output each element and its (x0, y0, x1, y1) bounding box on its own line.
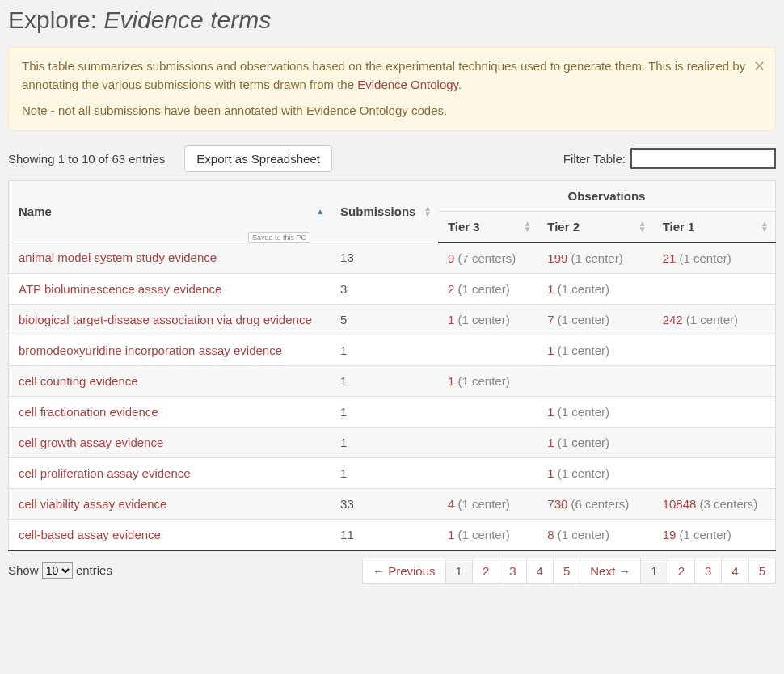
table-row: cell proliferation assay evidence11 (1 c… (9, 457, 776, 488)
export-spreadsheet-button[interactable]: Export as Spreadsheet (184, 145, 332, 172)
submissions-cell: 1 (331, 396, 438, 427)
tier3-cell: 1 (1 center) (438, 365, 537, 396)
submissions-cell: 13 (331, 242, 438, 274)
tier2-cell: 7 (1 center) (537, 304, 652, 335)
col-submissions[interactable]: Submissions ▲▼ (331, 180, 438, 242)
evidence-term-link[interactable]: cell fractionation evidence (19, 405, 158, 419)
col-tier2[interactable]: Tier 2 ▲▼ (537, 211, 652, 242)
tier3-cell: 1 (1 center) (438, 519, 537, 550)
evidence-term-link[interactable]: ATP bioluminescence assay evidence (19, 282, 221, 296)
col-submissions-label: Submissions (340, 204, 415, 218)
tier1-cell: 19 (1 center) (653, 519, 776, 550)
page-5-button[interactable]: 5 (553, 558, 580, 584)
info-alert: ✕ This table summarizes submissions and … (8, 47, 776, 131)
tier2-cell (537, 365, 652, 396)
filter-label: Filter Table: (563, 152, 626, 166)
col-name-label: Name (19, 204, 52, 218)
show-entries: Show 10 entries (8, 562, 112, 579)
submissions-cell: 1 (331, 365, 438, 396)
tier1-cell (653, 335, 776, 365)
filter-input[interactable] (630, 148, 776, 169)
page-2-button[interactable]: 2 (472, 558, 499, 584)
tier1-cell (653, 427, 776, 457)
tier3-cell (438, 427, 537, 457)
sort-icon: ▲▼ (639, 221, 647, 232)
showing-count: Showing 1 to 10 of 63 entries (8, 152, 165, 166)
page-size-select[interactable]: 10 (42, 562, 73, 579)
alert-text-suffix: . (458, 78, 462, 91)
show-suffix: entries (76, 563, 112, 577)
evidence-term-link[interactable]: cell growth assay evidence (19, 436, 163, 449)
col-name[interactable]: Name ▲ Saved to this PC (9, 180, 331, 242)
tier1-cell: 10848 (3 centers) (653, 488, 776, 519)
col-tier3-label: Tier 3 (448, 220, 480, 234)
tier3-cell: 4 (1 center) (438, 488, 537, 519)
table-row: bromodeoxyuridine incorporation assay ev… (9, 335, 776, 365)
evidence-term-link[interactable]: animal model system study evidence (19, 251, 217, 264)
prev-page-button[interactable]: ← Previous (362, 558, 446, 584)
tier1-cell (653, 396, 776, 427)
table-row: cell growth assay evidence11 (1 center) (9, 427, 776, 457)
page-title: Explore: Evidence terms (8, 6, 776, 34)
evidence-term-link[interactable]: cell proliferation assay evidence (19, 466, 191, 480)
tier1-cell (653, 273, 776, 304)
table-row: cell fractionation evidence11 (1 center) (9, 396, 776, 427)
sort-icon: ▲▼ (424, 205, 432, 217)
page-2-button[interactable]: 2 (668, 558, 695, 584)
submissions-cell: 1 (331, 335, 438, 365)
tier1-cell (653, 457, 776, 488)
page-4-button[interactable]: 4 (526, 558, 554, 584)
evidence-term-link[interactable]: cell-based assay evidence (19, 528, 161, 541)
submissions-cell: 5 (331, 304, 438, 335)
table-row: animal model system study evidence139 (7… (9, 242, 776, 274)
submissions-cell: 1 (331, 457, 438, 488)
page-5-button[interactable]: 5 (748, 558, 776, 584)
tier3-cell: 9 (7 centers) (438, 242, 537, 274)
submissions-cell: 11 (331, 519, 438, 550)
table-row: cell counting evidence11 (1 center) (9, 365, 776, 396)
tier3-cell: 2 (1 center) (438, 273, 537, 304)
tier2-cell: 8 (1 center) (537, 519, 652, 550)
tier3-cell (438, 396, 537, 427)
page-3-button[interactable]: 3 (499, 558, 526, 584)
table-row: ATP bioluminescence assay evidence32 (1 … (9, 273, 776, 304)
page-1-button: 1 (640, 558, 668, 584)
tier3-cell (438, 335, 537, 365)
tier3-cell (438, 457, 537, 488)
sort-asc-icon: ▲ (316, 209, 324, 214)
close-icon[interactable]: ✕ (753, 56, 765, 78)
tier2-cell: 1 (1 center) (537, 396, 652, 427)
tier2-cell: 1 (1 center) (537, 457, 652, 488)
tier2-cell: 730 (6 centers) (537, 488, 652, 519)
page-title-prefix: Explore: (8, 6, 103, 33)
next-page-button[interactable]: Next → (580, 558, 641, 584)
col-observations: Observations (438, 180, 776, 211)
col-tier3[interactable]: Tier 3 ▲▼ (438, 211, 537, 242)
tier1-cell: 21 (1 center) (653, 242, 776, 274)
sort-icon: ▲▼ (761, 221, 769, 232)
table-row: cell viability assay evidence334 (1 cent… (9, 488, 776, 519)
table-row: biological target-disease association vi… (9, 304, 776, 335)
page-1-button: 1 (445, 558, 473, 584)
col-tier1[interactable]: Tier 1 ▲▼ (653, 211, 776, 242)
col-tier1-label: Tier 1 (663, 220, 695, 234)
evidence-term-link[interactable]: biological target-disease association vi… (19, 313, 312, 326)
page-4-button[interactable]: 4 (721, 558, 748, 584)
show-prefix: Show (8, 563, 39, 577)
tier2-cell: 1 (1 center) (537, 335, 652, 365)
evidence-ontology-link[interactable]: Evidence Ontology (357, 78, 458, 91)
submissions-cell: 33 (331, 488, 438, 519)
page-3-button[interactable]: 3 (694, 558, 722, 584)
page-title-name: Evidence terms (103, 6, 271, 33)
evidence-term-link[interactable]: cell counting evidence (19, 374, 138, 388)
saved-badge: Saved to this PC (248, 232, 310, 243)
alert-paragraph-2: Note - not all submissions have been ann… (22, 102, 752, 120)
alert-paragraph-1: This table summarizes submissions and ob… (22, 57, 752, 94)
tier3-cell: 1 (1 center) (438, 304, 537, 335)
tier2-cell: 1 (1 center) (537, 273, 652, 304)
evidence-term-link[interactable]: cell viability assay evidence (19, 497, 166, 511)
col-tier2-label: Tier 2 (547, 220, 580, 234)
evidence-term-link[interactable]: bromodeoxyuridine incorporation assay ev… (19, 343, 282, 357)
table-row: cell-based assay evidence111 (1 center)8… (9, 519, 776, 550)
tier1-cell (653, 365, 776, 396)
